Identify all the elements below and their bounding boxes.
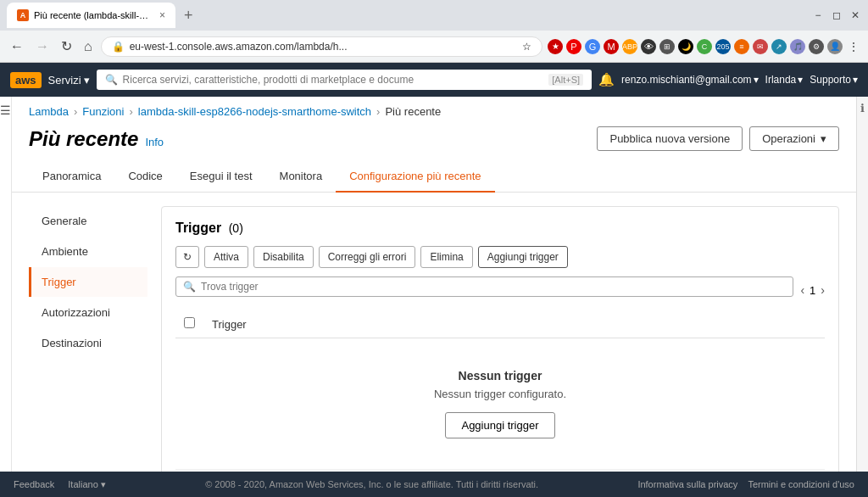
region-chevron-icon: ▾ [798, 74, 803, 86]
window-controls: − ◻ ✕ [812, 9, 861, 21]
next-page-button[interactable]: › [821, 283, 825, 297]
browser-addressbar: ← → ↻ ⌂ 🔒 eu-west-1.console.aws.amazon.c… [0, 31, 868, 63]
feedback-link[interactable]: Feedback [14, 479, 54, 490]
region-menu[interactable]: Irlanda ▾ [765, 74, 804, 86]
select-all-checkbox-cell[interactable] [175, 310, 203, 338]
user-menu[interactable]: renzo.mischianti@gmail.com ▾ [621, 74, 759, 86]
back-button[interactable]: ← [7, 36, 27, 58]
ext-icon-6[interactable]: 👁 [641, 39, 656, 54]
ext-icon-11[interactable]: ≡ [734, 39, 749, 54]
search-box[interactable]: 🔍 [175, 276, 793, 297]
trigger-table: Trigger Nessun trigger Nessun trigger co… [175, 310, 825, 470]
page-title-area: Più recente Info [29, 127, 164, 151]
trigger-search-input[interactable] [201, 281, 786, 293]
tab-codice[interactable]: Codice [114, 161, 175, 193]
privacy-link[interactable]: Informativa sulla privacy [637, 479, 737, 489]
sidebar-item-ambiente[interactable]: Ambiente [29, 237, 147, 266]
select-all-checkbox[interactable] [184, 317, 195, 328]
correggi-button[interactable]: Correggi gli errori [319, 246, 416, 268]
restore-button[interactable]: ◻ [831, 9, 843, 21]
ext-icon-1[interactable]: ★ [548, 39, 563, 54]
disabilita-button[interactable]: Disabilita [253, 246, 314, 268]
new-tab-button[interactable]: + [179, 5, 198, 26]
sidebar-item-trigger[interactable]: Trigger [29, 267, 147, 297]
ext-icon-7[interactable]: ⊞ [659, 39, 675, 54]
table-header-row: Trigger [175, 310, 825, 338]
publish-version-button[interactable]: Pubblica nuova versione [597, 126, 743, 151]
ext-icon-12[interactable]: ✉ [753, 39, 768, 54]
aggiungi-trigger-toolbar-button[interactable]: Aggiungi trigger [478, 246, 568, 268]
current-page: 1 [810, 284, 815, 297]
content-area: Generale Ambiente Trigger Autorizzazioni… [12, 193, 856, 472]
refresh-button[interactable]: ↻ [175, 246, 199, 268]
info-link[interactable]: Info [145, 136, 164, 148]
breadcrumb-funzioni[interactable]: Funzioni [82, 105, 124, 118]
tab-close-btn[interactable]: × [159, 9, 165, 21]
info-panel-icon[interactable]: ℹ [860, 102, 865, 114]
main-container: ☰ Lambda › Funzioni › lambda-skill-esp82… [0, 97, 868, 472]
services-menu[interactable]: Servizi ▾ [48, 74, 90, 87]
tab-configurazione[interactable]: Configurazione più recente [336, 161, 494, 193]
aggiungi-trigger-empty-button[interactable]: Aggiungi trigger [445, 412, 554, 438]
footer: Feedback Italiano ▾ © 2008 - 2020, Amazo… [0, 472, 868, 497]
ext-icon-14[interactable]: 🎵 [790, 39, 805, 54]
address-bar[interactable]: 🔒 eu-west-1.console.aws.amazon.com/lambd… [101, 36, 542, 57]
ext-icon-8[interactable]: 🌙 [678, 39, 693, 54]
sidebar-item-autorizzazioni[interactable]: Autorizzazioni [29, 298, 147, 327]
empty-state-row: Nessun trigger Nessun trigger configurat… [175, 338, 825, 470]
user-avatar[interactable]: 👤 [827, 39, 843, 54]
ext-icon-3[interactable]: G [585, 39, 600, 54]
trigger-panel: Trigger (0) ↻ Attiva Disabilita Correggi… [161, 206, 839, 472]
tab-eseguitest[interactable]: Esegui il test [176, 161, 266, 193]
attiva-button[interactable]: Attiva [204, 246, 248, 268]
sidebar-item-generale[interactable]: Generale [29, 206, 147, 236]
ext-icon-13[interactable]: ↗ [771, 39, 787, 54]
prev-page-button[interactable]: ‹ [800, 283, 804, 297]
ext-icon-10[interactable]: 205 [715, 39, 731, 54]
trigger-column-header: Trigger [203, 310, 825, 338]
ext-icon-4[interactable]: M [604, 39, 619, 54]
right-rail: ℹ [856, 97, 868, 472]
page-header: Più recente Info Pubblica nuova versione… [12, 123, 856, 161]
aws-logo[interactable]: aws [10, 72, 42, 88]
sidebar-nav: Generale Ambiente Trigger Autorizzazioni… [29, 206, 147, 472]
ext-icon-5[interactable]: ABP [622, 39, 637, 54]
services-chevron-icon: ▾ [84, 74, 90, 87]
tab-panoramica[interactable]: Panoramica [29, 161, 114, 193]
notifications-icon[interactable]: 🔔 [598, 72, 615, 87]
trigger-count: (0) [229, 221, 243, 235]
refresh-icon: ↻ [183, 251, 192, 263]
hamburger-menu[interactable]: ☰ [0, 103, 11, 117]
elimina-button[interactable]: Elimina [420, 246, 472, 268]
star-icon[interactable]: ☆ [522, 41, 531, 53]
home-button[interactable]: ⌂ [81, 36, 96, 58]
language-selector[interactable]: Italiano ▾ [68, 479, 106, 490]
tab-favicon: A [17, 9, 29, 21]
ext-icon-15[interactable]: ⚙ [809, 39, 824, 54]
aws-search-bar[interactable]: 🔍 [Alt+S] [97, 70, 592, 90]
operations-button[interactable]: Operazioni ▾ [749, 126, 839, 151]
trigger-title: Trigger (0) [175, 221, 825, 236]
sidebar-item-destinazioni[interactable]: Destinazioni [29, 328, 147, 358]
menu-button[interactable]: ⋮ [846, 39, 861, 54]
support-chevron-icon: ▾ [853, 74, 858, 86]
ext-icon-9[interactable]: C [697, 39, 712, 54]
terms-link[interactable]: Termini e condizioni d'uso [748, 479, 854, 489]
breadcrumb-lambda[interactable]: Lambda [29, 105, 69, 118]
search-icon: 🔍 [105, 74, 118, 86]
close-button[interactable]: ✕ [849, 9, 861, 21]
browser-tab[interactable]: A Più recente (lambda-skill-esp826... × [7, 3, 175, 28]
ext-icon-2[interactable]: P [566, 39, 581, 54]
forward-button[interactable]: → [32, 36, 53, 58]
minimize-button[interactable]: − [812, 9, 824, 21]
support-menu[interactable]: Supporto ▾ [810, 74, 858, 86]
url-text: eu-west-1.console.aws.amazon.com/lambda/… [130, 41, 517, 53]
footer-left: Feedback Italiano ▾ [14, 479, 106, 490]
search-input[interactable] [123, 74, 544, 86]
reload-button[interactable]: ↻ [58, 35, 75, 58]
breadcrumb: Lambda › Funzioni › lambda-skill-esp8266… [12, 97, 856, 123]
tab-title: Più recente (lambda-skill-esp826... [34, 10, 153, 20]
tab-monitora[interactable]: Monitora [266, 161, 337, 193]
breadcrumb-function-name[interactable]: lambda-skill-esp8266-nodejs-smarthome-sw… [138, 105, 371, 118]
aws-nav-right: 🔔 renzo.mischianti@gmail.com ▾ Irlanda ▾… [598, 72, 858, 87]
